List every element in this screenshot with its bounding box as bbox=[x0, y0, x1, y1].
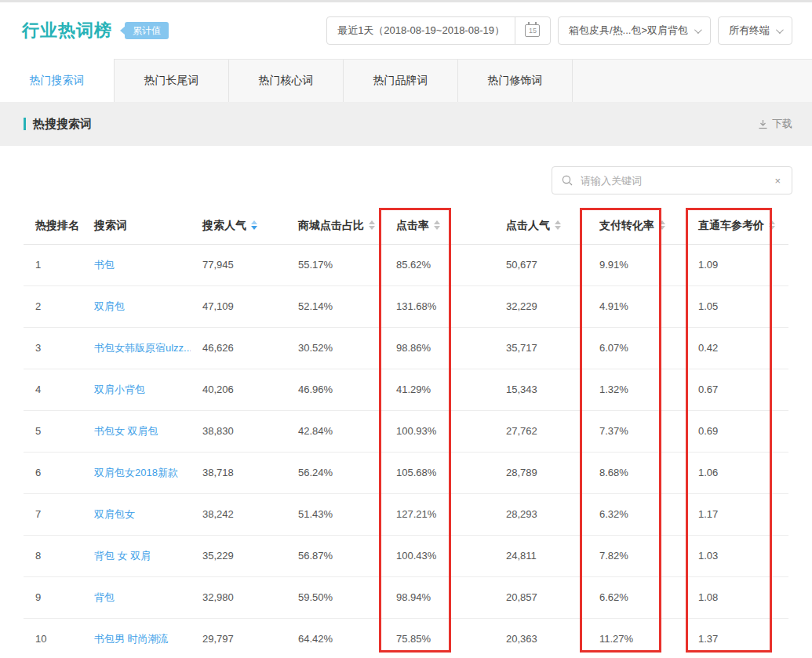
sort-icon[interactable] bbox=[769, 220, 775, 230]
col-header-label: 商城点击占比 bbox=[298, 219, 364, 231]
cell-mall-click-share: 56.87% bbox=[286, 535, 384, 576]
keyword-link[interactable]: 书包男 时尚潮流 bbox=[94, 633, 169, 645]
date-range-picker[interactable]: 最近1天（2018-08-19~2018-08-19） 15 bbox=[326, 16, 551, 45]
sort-icon[interactable] bbox=[434, 220, 440, 230]
keyword-link[interactable]: 双肩包 bbox=[94, 300, 125, 312]
cell-pay-conversion: 6.62% bbox=[588, 576, 686, 618]
col-header-5[interactable]: 点击率 bbox=[384, 208, 494, 244]
cell-search-popularity: 35,229 bbox=[191, 535, 286, 576]
cell-ztc-price: 0.42 bbox=[686, 327, 788, 369]
cell-search-popularity: 77,945 bbox=[191, 244, 286, 285]
cell-keyword: 双肩包女2018新款 bbox=[82, 452, 191, 493]
terminal-select-label: 所有终端 bbox=[729, 24, 770, 38]
sort-asc-arrow bbox=[369, 220, 375, 224]
sort-icon[interactable] bbox=[369, 220, 375, 230]
category-select[interactable]: 箱包皮具/热...包>双肩背包 bbox=[558, 16, 711, 45]
terminal-select[interactable]: 所有终端 bbox=[718, 16, 792, 45]
calendar-button[interactable]: 15 bbox=[515, 24, 550, 37]
cell-mall-click-share: 42.84% bbox=[286, 410, 384, 452]
col-header-7[interactable]: 支付转化率 bbox=[588, 208, 686, 244]
cell-ztc-price: 1.08 bbox=[686, 576, 788, 618]
col-header-label: 搜索人气 bbox=[202, 219, 246, 231]
keyword-link[interactable]: 背包 女 双肩 bbox=[94, 550, 151, 562]
cell-click-rate: 105.68% bbox=[384, 452, 494, 493]
chevron-down-icon bbox=[776, 26, 784, 34]
keyword-link[interactable]: 书包女 双肩包 bbox=[94, 425, 158, 437]
tabs-filler bbox=[573, 60, 812, 102]
cell-rank: 10 bbox=[24, 618, 82, 658]
table-row: 10书包男 时尚潮流29,79764.42%75.85%20,36311.27%… bbox=[24, 618, 788, 658]
tab-4[interactable]: 热门品牌词 bbox=[344, 60, 458, 102]
chevron-down-icon bbox=[694, 26, 702, 34]
sort-asc-arrow bbox=[251, 220, 257, 224]
table-row: 3书包女韩版原宿ulzz...46,62630.52%98.86%35,7176… bbox=[24, 327, 788, 369]
cell-ztc-price: 1.05 bbox=[686, 285, 788, 327]
sort-desc-arrow bbox=[769, 226, 775, 230]
cell-click-rate: 85.62% bbox=[384, 244, 494, 285]
cell-mall-click-share: 52.14% bbox=[286, 285, 384, 327]
download-icon bbox=[758, 119, 768, 129]
tab-1[interactable]: 热门搜索词 bbox=[0, 59, 115, 102]
cell-rank: 5 bbox=[24, 410, 82, 452]
sort-desc-arrow bbox=[555, 226, 561, 230]
col-header-label: 点击率 bbox=[396, 219, 429, 231]
col-header-label: 直通车参考价 bbox=[698, 219, 764, 231]
cell-click-rate: 41.29% bbox=[384, 369, 494, 410]
keyword-search-box: × bbox=[552, 166, 792, 194]
search-icon bbox=[562, 175, 573, 186]
tabs: 热门搜索词热门长尾词热门核心词热门品牌词热门修饰词 bbox=[0, 59, 812, 102]
keyword-link[interactable]: 背包 bbox=[94, 591, 115, 603]
cell-pay-conversion: 1.32% bbox=[588, 369, 686, 410]
cell-keyword: 书包女韩版原宿ulzz... bbox=[82, 327, 191, 369]
keyword-link[interactable]: 双肩包女 bbox=[94, 508, 135, 520]
cell-click-popularity: 28,293 bbox=[494, 493, 588, 535]
cell-ztc-price: 0.69 bbox=[686, 410, 788, 452]
cell-ztc-price: 1.09 bbox=[686, 244, 788, 285]
col-header-8[interactable]: 直通车参考价 bbox=[686, 208, 788, 244]
accent-bar bbox=[24, 118, 26, 130]
sort-icon[interactable] bbox=[659, 220, 665, 230]
cell-mall-click-share: 56.24% bbox=[286, 452, 384, 493]
content-area: × 热搜排名搜索词搜索人气商城点击占比点击率点击人气支付转化率直通车参考价 1书… bbox=[0, 146, 812, 658]
section-title: 热搜搜索词 bbox=[33, 117, 92, 132]
hot-words-table-wrap: 热搜排名搜索词搜索人气商城点击占比点击率点击人气支付转化率直通车参考价 1书包7… bbox=[24, 208, 788, 658]
keyword-link[interactable]: 双肩小背包 bbox=[94, 384, 145, 395]
col-header-6[interactable]: 点击人气 bbox=[494, 208, 588, 244]
category-select-label: 箱包皮具/热...包>双肩背包 bbox=[569, 24, 688, 38]
cell-rank: 9 bbox=[24, 576, 82, 618]
keyword-link[interactable]: 双肩包女2018新款 bbox=[94, 467, 178, 478]
keyword-link[interactable]: 书包女韩版原宿ulzz... bbox=[94, 342, 191, 354]
cell-click-popularity: 27,762 bbox=[494, 410, 588, 452]
cell-rank: 4 bbox=[24, 369, 82, 410]
tab-2[interactable]: 热门长尾词 bbox=[115, 60, 229, 102]
calendar-icon: 15 bbox=[525, 24, 540, 37]
cell-ztc-price: 1.06 bbox=[686, 452, 788, 493]
cell-pay-conversion: 11.27% bbox=[588, 618, 686, 658]
col-header-label: 点击人气 bbox=[506, 219, 550, 231]
cell-rank: 3 bbox=[24, 327, 82, 369]
keyword-link[interactable]: 书包 bbox=[94, 259, 115, 271]
cell-click-rate: 100.43% bbox=[384, 535, 494, 576]
col-header-4[interactable]: 商城点击占比 bbox=[286, 208, 384, 244]
sort-icon[interactable] bbox=[555, 220, 561, 230]
sort-desc-arrow bbox=[659, 226, 665, 230]
cell-click-popularity: 35,717 bbox=[494, 327, 588, 369]
cell-search-popularity: 38,718 bbox=[191, 452, 286, 493]
cell-ztc-price: 0.67 bbox=[686, 369, 788, 410]
col-header-3[interactable]: 搜索人气 bbox=[191, 208, 286, 244]
sort-asc-arrow bbox=[659, 220, 665, 224]
sort-asc-arrow bbox=[434, 220, 440, 224]
download-button[interactable]: 下载 bbox=[758, 117, 792, 131]
cell-click-popularity: 15,343 bbox=[494, 369, 588, 410]
cell-click-popularity: 28,789 bbox=[494, 452, 588, 493]
cell-mall-click-share: 59.50% bbox=[286, 576, 384, 618]
search-input[interactable] bbox=[579, 174, 773, 187]
cell-search-popularity: 29,797 bbox=[191, 618, 286, 658]
clear-search-icon[interactable]: × bbox=[773, 175, 782, 187]
table-row: 1书包77,94555.17%85.62%50,6779.91%1.09 bbox=[24, 244, 788, 285]
table-row: 4双肩小背包40,20646.96%41.29%15,3431.32%0.67 bbox=[24, 369, 788, 410]
tab-5[interactable]: 热门修饰词 bbox=[458, 60, 573, 102]
sort-icon[interactable] bbox=[251, 220, 257, 230]
header-controls: 最近1天（2018-08-19~2018-08-19） 15 箱包皮具/热...… bbox=[326, 16, 792, 45]
tab-3[interactable]: 热门核心词 bbox=[229, 60, 344, 102]
